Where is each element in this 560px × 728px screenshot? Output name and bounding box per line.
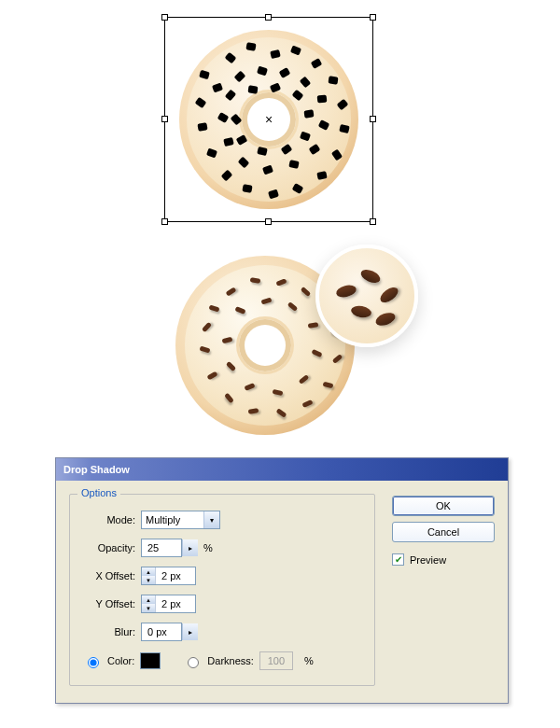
blur-value[interactable] — [142, 623, 181, 640]
mode-value[interactable] — [142, 511, 203, 528]
yoffset-label: Y Offset: — [83, 598, 141, 609]
opacity-input[interactable] — [141, 539, 182, 557]
xoffset-input[interactable]: ▲▼ — [141, 567, 196, 585]
selection-handle[interactable] — [161, 116, 168, 122]
dialog-title: Drop Shadow — [63, 464, 130, 475]
dialog-sidebar: OK Cancel ✔ Preview — [392, 494, 495, 686]
selection-handle[interactable] — [370, 116, 376, 122]
darkness-radio[interactable] — [188, 657, 199, 668]
selection-handle[interactable] — [161, 14, 168, 21]
xoffset-value[interactable] — [156, 567, 195, 584]
selection-handle[interactable] — [265, 218, 272, 225]
color-radio[interactable] — [88, 657, 99, 668]
selection-bounding-box[interactable]: × — [164, 17, 373, 222]
mode-select[interactable]: ▾ — [141, 511, 220, 529]
spin-up-icon[interactable]: ▲ — [142, 567, 155, 576]
selection-handle[interactable] — [370, 218, 376, 225]
checkbox-icon[interactable]: ✔ — [392, 553, 404, 566]
color-label: Color: — [107, 655, 134, 666]
darkness-value — [260, 652, 292, 669]
darkness-label: Darkness: — [207, 655, 254, 666]
blur-label: Blur: — [83, 626, 141, 637]
darkness-input — [259, 651, 293, 670]
xoffset-label: X Offset: — [83, 570, 141, 581]
yoffset-input[interactable]: ▲▼ — [141, 595, 196, 613]
mode-label: Mode: — [83, 514, 141, 525]
spin-down-icon[interactable]: ▼ — [142, 576, 155, 584]
selection-handle[interactable] — [161, 218, 168, 225]
magnifier-inset — [315, 245, 418, 347]
ok-button[interactable]: OK — [392, 496, 495, 516]
selection-handle[interactable] — [370, 14, 376, 21]
spin-up-icon[interactable]: ▲ — [142, 595, 155, 604]
drop-shadow-dialog: Drop Shadow Options Mode: ▾ Opacity: ▸ % — [55, 457, 509, 704]
options-group: Options Mode: ▾ Opacity: ▸ % X Off — [69, 494, 375, 686]
chevron-down-icon[interactable]: ▾ — [203, 511, 219, 528]
opacity-label: Opacity: — [83, 542, 141, 553]
darkness-unit: % — [304, 655, 314, 666]
opacity-value[interactable] — [142, 539, 181, 556]
color-swatch[interactable] — [140, 652, 161, 669]
preview-label: Preview — [410, 554, 446, 566]
opacity-unit: % — [203, 542, 213, 553]
chevron-right-icon[interactable]: ▸ — [182, 623, 198, 640]
yoffset-value[interactable] — [156, 595, 195, 612]
spin-down-icon[interactable]: ▼ — [142, 604, 155, 612]
blur-input[interactable] — [141, 623, 182, 641]
dialog-titlebar[interactable]: Drop Shadow — [56, 458, 508, 481]
preview-checkbox[interactable]: ✔ Preview — [392, 553, 495, 566]
selection-handle[interactable] — [265, 14, 272, 21]
options-legend: Options — [77, 487, 120, 498]
cancel-button[interactable]: Cancel — [392, 522, 495, 542]
selection-center-icon: × — [265, 112, 273, 127]
canvas-area: × — [0, 0, 560, 455]
chevron-right-icon[interactable]: ▸ — [182, 539, 198, 556]
